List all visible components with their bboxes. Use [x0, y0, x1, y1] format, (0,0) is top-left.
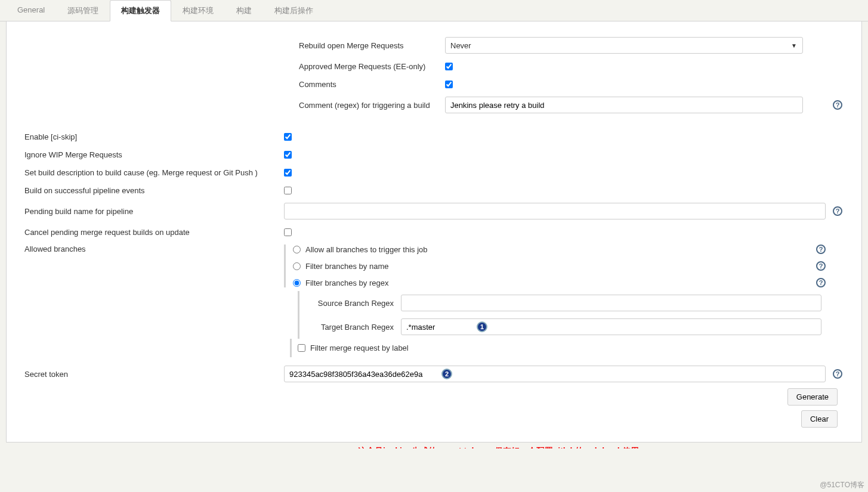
row-cancel-pending: Cancel pending merge request builds on u…: [7, 223, 861, 241]
label-enable-ciskip: Enable [ci-skip]: [24, 132, 284, 141]
clear-button[interactable]: Clear: [801, 410, 838, 428]
help-icon[interactable]: ?: [833, 100, 842, 110]
tab-env[interactable]: 构建环境: [171, 0, 225, 21]
row-enable-ciskip: Enable [ci-skip]: [7, 128, 861, 146]
label-filter-by-label: Filter merge request by label: [310, 344, 409, 352]
checkbox-ignore-wip[interactable]: [284, 151, 292, 159]
callout-badge-1: 1: [477, 321, 487, 332]
checkbox-enable-ciskip[interactable]: [284, 133, 292, 141]
label-set-desc: Set build description to build cause (eg…: [24, 168, 284, 177]
help-icon[interactable]: ?: [816, 245, 826, 254]
row-build-pipeline: Build on successful pipeline events: [7, 181, 861, 199]
row-rebuild-open-mr: Rebuild open Merge Requests Never ▼: [7, 33, 861, 57]
label-cancel-pending: Cancel pending merge request builds on u…: [24, 228, 284, 237]
row-comment-regex: Comment (regex) for triggering a build ?: [7, 93, 861, 117]
input-source-regex[interactable]: [401, 295, 821, 311]
tab-build[interactable]: 构建: [225, 0, 263, 21]
callout-badge-2: 2: [441, 369, 452, 379]
input-target-regex[interactable]: [401, 318, 821, 335]
row-source-regex: Source Branch Regex: [305, 291, 850, 315]
tab-post[interactable]: 构建后操作: [263, 0, 325, 21]
checkbox-set-desc[interactable]: [284, 169, 292, 177]
input-pending-name[interactable]: [284, 203, 826, 219]
label-comments: Comments: [299, 80, 445, 89]
label-rebuild-open-mr: Rebuild open Merge Requests: [299, 41, 445, 50]
input-secret-token[interactable]: [284, 366, 826, 382]
label-target-regex: Target Branch Regex: [305, 323, 401, 332]
select-rebuild-open-mr-value: Never: [450, 41, 471, 50]
tab-general[interactable]: General: [6, 0, 56, 21]
generate-button[interactable]: Generate: [787, 388, 838, 406]
row-filter-by-label: Filter merge request by label: [290, 339, 850, 357]
input-comment-regex[interactable]: [445, 97, 803, 113]
label-approved-mr: Approved Merge Requests (EE-only): [299, 62, 445, 71]
row-approved-mr: Approved Merge Requests (EE-only): [7, 57, 861, 75]
row-comments: Comments: [7, 75, 861, 93]
help-icon[interactable]: ?: [833, 369, 842, 379]
row-allowed-branches: Allowed branches Allow all branches to t…: [7, 241, 861, 291]
checkbox-cancel-pending[interactable]: [284, 228, 292, 236]
help-icon[interactable]: ?: [816, 261, 826, 271]
radio-allow-all-text: Allow all branches to trigger this job: [305, 245, 428, 254]
radio-by-regex[interactable]: Filter branches by regex: [293, 279, 816, 287]
label-ignore-wip: Ignore WIP Merge Requests: [24, 150, 284, 159]
tab-scm[interactable]: 源码管理: [56, 0, 110, 21]
checkbox-approved-mr[interactable]: [445, 63, 453, 70]
label-secret-token: Secret token: [24, 370, 284, 379]
tab-triggers[interactable]: 构建触发器: [110, 0, 171, 21]
label-allowed-branches: Allowed branches: [24, 245, 284, 253]
row-pending-name: Pending build name for pipeline ?: [7, 199, 861, 223]
branch-regex-block: Source Branch Regex Target Branch Regex …: [298, 291, 850, 339]
row-secret-token: Secret token 2 ?: [7, 362, 861, 386]
checkbox-build-pipeline[interactable]: [284, 187, 292, 194]
radio-by-name-text: Filter branches by name: [305, 262, 388, 271]
radio-allow-all[interactable]: Allow all branches to trigger this job: [293, 245, 816, 254]
label-build-pipeline: Build on successful pipeline events: [24, 186, 284, 195]
row-target-regex: Target Branch Regex 1: [305, 315, 850, 339]
row-ignore-wip: Ignore WIP Merge Requests: [7, 146, 861, 163]
help-icon[interactable]: ?: [833, 206, 842, 216]
label-source-regex: Source Branch Regex: [305, 299, 401, 308]
help-icon[interactable]: ?: [816, 278, 826, 287]
annotation-secret-note: 这个是jenkins生成的secret token，保存好一会配置gitlab的…: [358, 446, 639, 448]
config-tab-bar: General 源码管理 构建触发器 构建环境 构建 构建后操作: [0, 0, 868, 21]
checkbox-comments[interactable]: [445, 81, 453, 88]
row-set-desc: Set build description to build cause (eg…: [7, 163, 861, 181]
label-pending-name: Pending build name for pipeline: [24, 207, 284, 216]
config-form: Rebuild open Merge Requests Never ▼ Appr…: [6, 21, 862, 443]
select-rebuild-open-mr[interactable]: Never: [445, 37, 803, 54]
checkbox-filter-by-label[interactable]: [298, 344, 305, 352]
radio-by-regex-text: Filter branches by regex: [305, 279, 388, 287]
radio-by-name[interactable]: Filter branches by name: [293, 262, 816, 271]
label-comment-regex: Comment (regex) for triggering a build: [299, 101, 445, 110]
